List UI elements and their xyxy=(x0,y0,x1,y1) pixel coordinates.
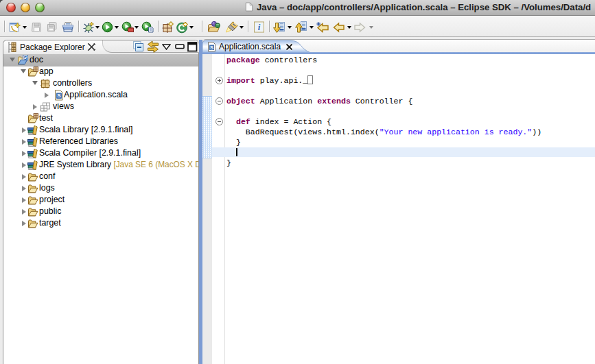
svg-text:S: S xyxy=(57,93,61,99)
svg-text:i: i xyxy=(258,22,261,32)
svg-text:S: S xyxy=(210,45,213,51)
svg-text:S: S xyxy=(24,55,27,61)
